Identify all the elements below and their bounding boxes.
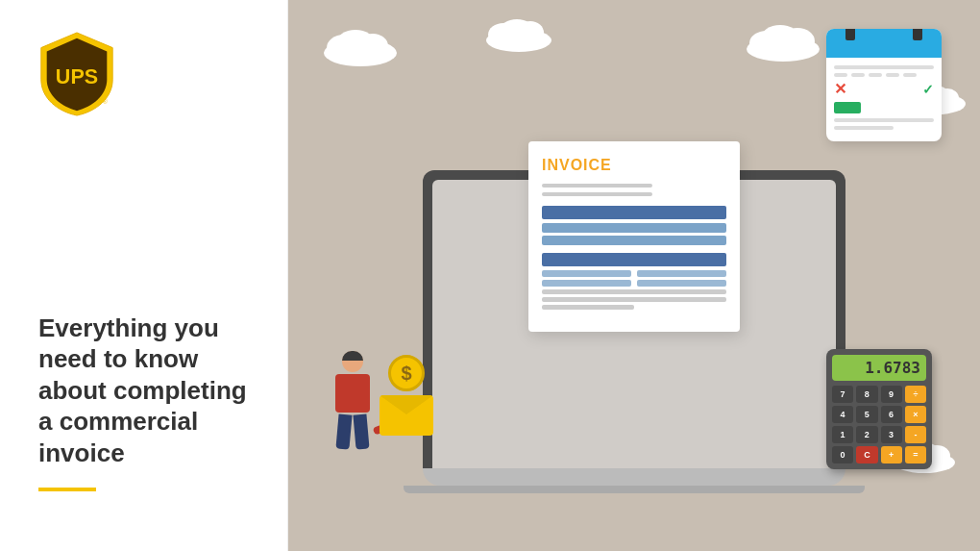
coin: $ bbox=[388, 355, 425, 391]
inv-line-1 bbox=[542, 184, 652, 188]
inv-text-lines-1 bbox=[542, 270, 726, 277]
calc-btn-5: 5 bbox=[856, 406, 877, 423]
laptop: INVOICE bbox=[423, 170, 845, 493]
bottom-accent bbox=[38, 488, 96, 491]
calc-btn-eq: = bbox=[905, 446, 926, 463]
calc-btn-c: C bbox=[856, 446, 877, 463]
invoice-document: INVOICE bbox=[528, 141, 740, 332]
calendar-header bbox=[826, 29, 942, 58]
svg-text:®: ® bbox=[103, 98, 108, 105]
calc-btn-9: 9 bbox=[881, 386, 902, 403]
inv-text-lines-2 bbox=[542, 280, 726, 287]
calc-btn-mul: × bbox=[905, 406, 926, 423]
person-figure bbox=[319, 351, 386, 476]
cloud-top-center bbox=[480, 10, 557, 53]
calendar-ring-right bbox=[913, 29, 922, 40]
svg-point-13 bbox=[761, 25, 799, 52]
person-body bbox=[335, 374, 370, 413]
calendar: ✕ ✓ bbox=[826, 29, 942, 141]
calc-btn-3: 3 bbox=[881, 426, 902, 443]
inv-line-2 bbox=[542, 192, 652, 196]
cal-line-3 bbox=[834, 126, 894, 130]
cal-row-marks: ✕ ✓ bbox=[834, 82, 934, 97]
calc-btn-7: 7 bbox=[832, 386, 853, 403]
calendar-check-mark: ✓ bbox=[922, 83, 934, 96]
calc-btn-div: ÷ bbox=[905, 386, 926, 403]
laptop-screen-wrapper: INVOICE bbox=[423, 170, 845, 468]
cloud-top-right bbox=[740, 14, 826, 63]
laptop-screen: INVOICE bbox=[432, 180, 836, 468]
inv-small-line-1 bbox=[542, 289, 726, 294]
calculator: 1.6783 7 8 9 ÷ 4 5 6 × 1 2 3 - 0 C + = bbox=[826, 349, 932, 469]
calc-btn-6: 6 bbox=[881, 406, 902, 423]
laptop-base-bottom bbox=[404, 486, 865, 493]
cloud-top-left bbox=[317, 19, 404, 67]
calendar-green-block bbox=[834, 102, 861, 113]
calc-btn-8: 8 bbox=[856, 386, 877, 403]
person-hair bbox=[342, 351, 363, 361]
cal-line-2 bbox=[834, 118, 934, 122]
svg-point-9 bbox=[500, 19, 534, 42]
envelope bbox=[380, 395, 433, 436]
cal-row-1 bbox=[834, 73, 934, 77]
invoice-title: INVOICE bbox=[542, 157, 726, 174]
calc-btn-1: 1 bbox=[832, 426, 853, 443]
calc-btn-minus: - bbox=[905, 426, 926, 443]
cal-row-green bbox=[834, 102, 934, 113]
svg-text:UPS: UPS bbox=[56, 65, 98, 88]
inv-section bbox=[542, 253, 726, 266]
svg-point-5 bbox=[336, 30, 375, 57]
calendar-body: ✕ ✓ bbox=[826, 58, 942, 141]
inv-table-row-2 bbox=[542, 236, 726, 245]
calendar-x-mark: ✕ bbox=[834, 82, 846, 97]
left-panel: UPS ® Everything you need to know about … bbox=[0, 0, 288, 551]
calculator-buttons: 7 8 9 ÷ 4 5 6 × 1 2 3 - 0 C + = bbox=[832, 386, 926, 463]
envelope-group: $ bbox=[380, 355, 433, 436]
ups-logo: UPS ® bbox=[38, 31, 249, 121]
calendar-ring-left bbox=[845, 29, 855, 40]
calc-btn-plus: + bbox=[881, 446, 902, 463]
laptop-base-top bbox=[423, 468, 845, 486]
headline-text: Everything you need to know about comple… bbox=[38, 313, 249, 469]
person-leg-right bbox=[353, 413, 369, 449]
right-panel: INVOICE bbox=[288, 0, 980, 551]
inv-small-line-3 bbox=[542, 305, 634, 310]
calculator-display: 1.6783 bbox=[832, 355, 926, 381]
calc-btn-0: 0 bbox=[832, 446, 853, 463]
headline-block: Everything you need to know about comple… bbox=[38, 313, 249, 521]
inv-small-line-2 bbox=[542, 297, 726, 302]
cal-line-1 bbox=[834, 65, 934, 69]
person-leg-left bbox=[335, 413, 352, 449]
inv-table-header bbox=[542, 206, 726, 219]
inv-table-row-1 bbox=[542, 223, 726, 233]
calc-btn-2: 2 bbox=[856, 426, 877, 443]
person-head bbox=[342, 351, 363, 372]
calc-btn-4: 4 bbox=[832, 406, 853, 423]
